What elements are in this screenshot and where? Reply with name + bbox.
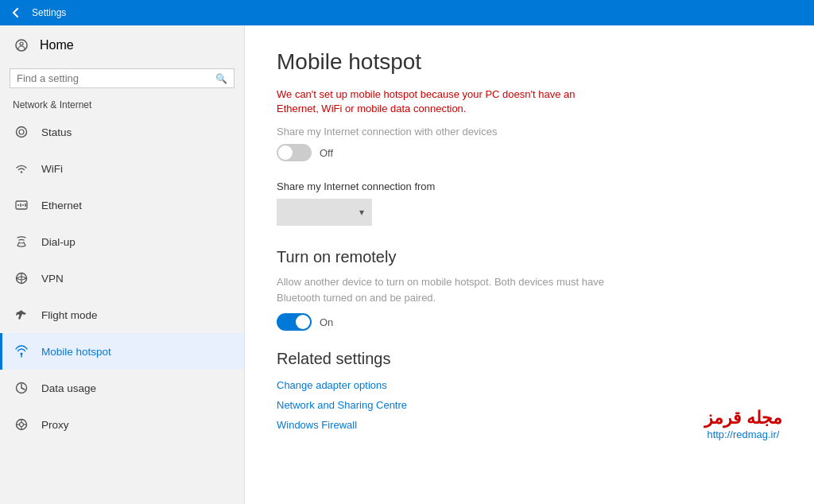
turn-on-remotely-desc: Allow another device to turn on mobile h…	[277, 274, 610, 305]
share-toggle[interactable]	[277, 144, 312, 161]
proxy-icon	[13, 416, 30, 433]
sidebar-item-flightmode[interactable]: Flight mode	[0, 297, 244, 333]
svg-point-1	[20, 42, 23, 45]
search-icon: 🔍	[215, 73, 227, 84]
dropdown-arrow-icon: ▾	[359, 207, 364, 218]
sidebar-item-mobilehotspot[interactable]: Mobile hotspot	[0, 333, 244, 370]
turn-on-remotely-title: Turn on remotely	[277, 248, 782, 266]
sidebar-item-wifi-label: WiFi	[41, 163, 63, 175]
page-title: Mobile hotspot	[277, 49, 782, 75]
sidebar-item-wifi[interactable]: WiFi	[0, 150, 244, 187]
window-title: Settings	[32, 7, 66, 18]
watermark-line1: مجله قرمز	[704, 408, 782, 428]
share-from-dropdown[interactable]: ▾	[277, 199, 372, 226]
sidebar-item-datausage[interactable]: Data usage	[0, 370, 244, 406]
watermark: مجله قرمز http://redmag.ir/	[704, 408, 782, 440]
home-icon	[13, 37, 30, 54]
svg-point-3	[19, 130, 24, 134]
error-message: We can't set up mobile hotspot because y…	[277, 87, 610, 116]
title-bar: Settings	[0, 0, 814, 25]
sidebar-item-dialup-label: Dial-up	[41, 236, 76, 248]
home-label: Home	[40, 38, 74, 52]
sidebar-item-ethernet-label: Ethernet	[41, 200, 82, 211]
svg-point-4	[21, 171, 22, 173]
dialup-icon	[13, 233, 30, 250]
sidebar-item-proxy-label: Proxy	[41, 419, 69, 431]
back-button[interactable]	[8, 5, 24, 21]
sidebar-item-mobilehotspot-label: Mobile hotspot	[41, 346, 111, 358]
sidebar-item-flightmode-label: Flight mode	[41, 309, 98, 321]
sidebar-item-datausage-label: Data usage	[41, 382, 96, 394]
data-icon	[13, 379, 30, 397]
svg-point-16	[20, 423, 24, 427]
status-icon	[13, 123, 30, 141]
sidebar-item-proxy[interactable]: Proxy	[0, 406, 244, 443]
flight-icon	[13, 306, 30, 324]
share-toggle-row: Off	[277, 144, 782, 161]
sidebar: Home 🔍 Network & Internet Status	[0, 25, 245, 504]
remotely-toggle-thumb	[296, 315, 310, 329]
sidebar-item-vpn-label: VPN	[41, 273, 64, 285]
link-change-adapter[interactable]: Change adapter options	[277, 379, 782, 391]
remotely-toggle-label: On	[320, 316, 333, 328]
sidebar-item-status[interactable]: Status	[0, 114, 244, 150]
sidebar-item-vpn[interactable]: VPN	[0, 260, 244, 297]
share-from-label: Share my Internet connection from	[277, 180, 782, 192]
search-input[interactable]	[17, 72, 211, 84]
wifi-icon	[13, 160, 30, 177]
svg-point-2	[17, 127, 27, 138]
search-box[interactable]: 🔍	[10, 68, 235, 88]
remotely-toggle[interactable]	[277, 313, 312, 331]
sidebar-item-status-label: Status	[41, 126, 72, 138]
content-area: Mobile hotspot We can't set up mobile ho…	[245, 25, 814, 504]
sidebar-item-ethernet[interactable]: Ethernet	[0, 187, 244, 223]
remotely-toggle-row: On	[277, 313, 782, 331]
share-toggle-label: Off	[320, 147, 333, 159]
main-layout: Home 🔍 Network & Internet Status	[0, 25, 814, 504]
sidebar-item-home[interactable]: Home	[0, 25, 244, 65]
hotspot-icon	[13, 343, 30, 360]
share-toggle-thumb	[278, 145, 293, 160]
related-settings-title: Related settings	[277, 350, 782, 368]
ethernet-icon	[13, 196, 30, 214]
watermark-line2: http://redmag.ir/	[704, 428, 782, 440]
share-devices-label: Share my Internet connection with other …	[277, 126, 782, 138]
sidebar-section-label: Network & Internet	[0, 95, 244, 114]
vpn-icon	[13, 269, 30, 287]
sidebar-item-dialup[interactable]: Dial-up	[0, 223, 244, 260]
